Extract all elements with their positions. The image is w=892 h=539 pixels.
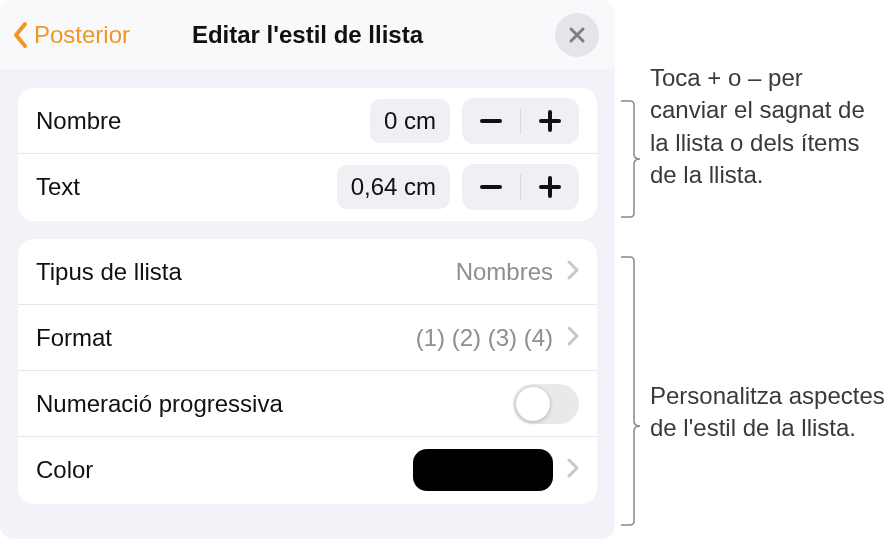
row-label: Nombre [36, 107, 121, 135]
style-group: Tipus de llista Nombres Format (1) (2) (… [18, 239, 597, 504]
row-format[interactable]: Format (1) (2) (3) (4) [18, 305, 597, 371]
indent-group: Nombre 0 cm Text 0,64 cm [18, 88, 597, 221]
callout-text-2: Personalitza aspectes de l'estil de la l… [650, 380, 885, 445]
row-nombre: Nombre 0 cm [18, 88, 597, 154]
progressive-toggle[interactable] [513, 384, 579, 424]
minus-icon [480, 119, 502, 123]
callout-text-1: Toca + o – per canviar el sagnat de la l… [650, 62, 885, 192]
row-label: Format [36, 324, 112, 352]
format-value: (1) (2) (3) (4) [416, 324, 553, 352]
svg-rect-5 [539, 185, 561, 189]
row-color[interactable]: Color [18, 437, 597, 503]
toggle-knob [516, 387, 550, 421]
chevron-right-icon [567, 260, 579, 284]
text-increment-button[interactable] [521, 164, 579, 210]
color-swatch[interactable] [413, 449, 553, 491]
chevron-left-icon [12, 21, 30, 49]
callout-bracket-1 [620, 100, 642, 218]
row-list-type[interactable]: Tipus de llista Nombres [18, 239, 597, 305]
row-text: Text 0,64 cm [18, 154, 597, 220]
row-label: Text [36, 173, 80, 201]
minus-icon [480, 185, 502, 189]
plus-icon [539, 110, 561, 132]
svg-rect-2 [539, 119, 561, 123]
nombre-increment-button[interactable] [521, 98, 579, 144]
panel-title: Editar l'estil de llista [192, 21, 423, 49]
nombre-decrement-button[interactable] [462, 98, 520, 144]
edit-list-style-panel: Posterior Editar l'estil de llista Nombr… [0, 0, 615, 539]
chevron-right-icon [567, 458, 579, 482]
svg-rect-3 [480, 185, 502, 189]
nombre-stepper [462, 98, 579, 144]
text-stepper [462, 164, 579, 210]
list-type-value: Nombres [456, 258, 553, 286]
back-button[interactable]: Posterior [12, 21, 130, 49]
back-label: Posterior [34, 21, 130, 49]
close-icon [567, 25, 587, 45]
row-progressive-numbering: Numeració progressiva [18, 371, 597, 437]
nombre-value[interactable]: 0 cm [370, 99, 450, 143]
plus-icon [539, 176, 561, 198]
text-value[interactable]: 0,64 cm [337, 165, 450, 209]
row-label: Numeració progressiva [36, 390, 283, 418]
callout-bracket-2 [620, 256, 642, 526]
row-label: Color [36, 456, 93, 484]
close-button[interactable] [555, 13, 599, 57]
text-decrement-button[interactable] [462, 164, 520, 210]
svg-rect-0 [480, 119, 502, 123]
chevron-right-icon [567, 326, 579, 350]
panel-header: Posterior Editar l'estil de llista [0, 0, 615, 70]
row-label: Tipus de llista [36, 258, 182, 286]
